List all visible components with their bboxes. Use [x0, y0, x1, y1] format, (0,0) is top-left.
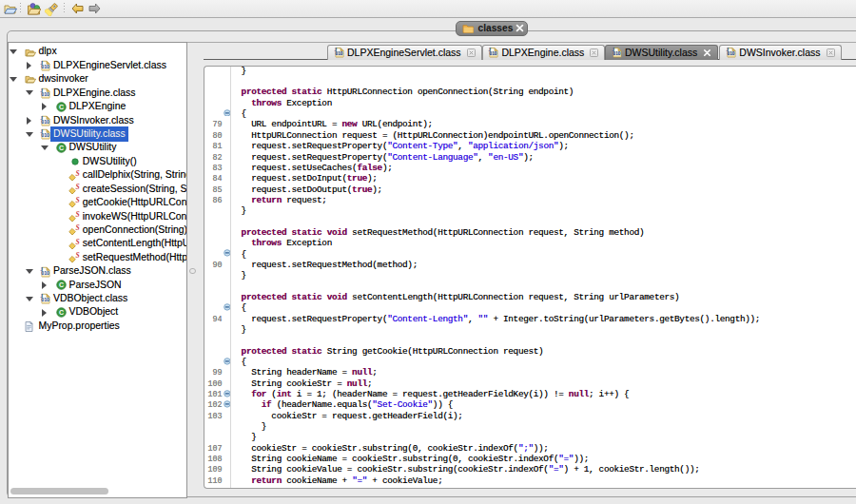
svg-text:010: 010: [41, 119, 49, 125]
svg-text:010: 010: [336, 51, 343, 56]
svg-text:S: S: [75, 197, 79, 204]
svg-text:C: C: [59, 145, 64, 151]
svg-text:010: 010: [613, 51, 621, 56]
svg-text:S: S: [75, 170, 79, 178]
svg-text:S: S: [75, 252, 79, 260]
svg-text:010: 010: [728, 51, 735, 56]
svg-text:S: S: [75, 184, 79, 191]
svg-text:010: 010: [41, 91, 49, 97]
svg-text:S: S: [75, 239, 79, 246]
svg-text:010: 010: [41, 133, 49, 139]
svg-text:C: C: [59, 281, 64, 288]
svg-text:S: S: [75, 224, 79, 232]
svg-text:S: S: [75, 211, 79, 219]
svg-text:010: 010: [41, 270, 49, 276]
svg-text:C: C: [59, 104, 64, 110]
svg-text:C: C: [59, 309, 64, 316]
svg-text:010: 010: [41, 298, 49, 303]
svg-text:010: 010: [41, 65, 49, 70]
svg-text:010: 010: [490, 51, 497, 56]
